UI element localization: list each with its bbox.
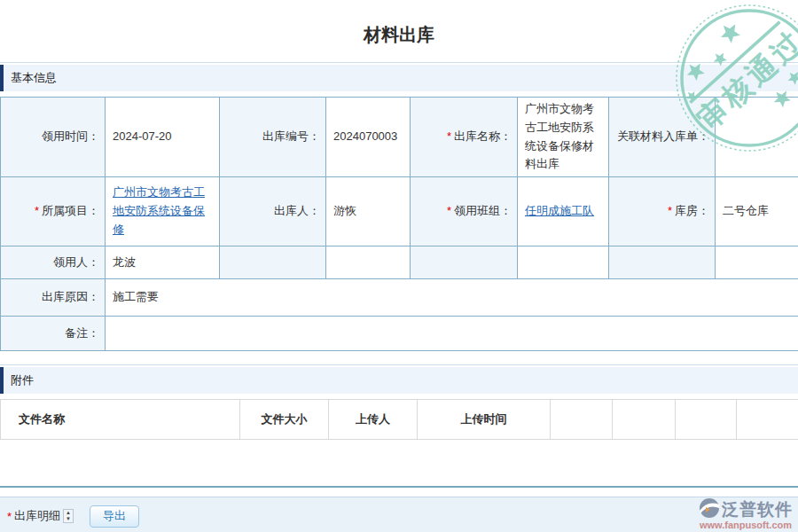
- empty-value-cell: [326, 246, 411, 279]
- required-marker: *: [447, 129, 451, 143]
- required-marker: *: [668, 204, 672, 217]
- attachments-empty-area: [0, 440, 798, 488]
- field-value-remarks: [106, 317, 798, 351]
- vendor-url[interactable]: www.fanpusoft.com: [699, 520, 793, 530]
- field-label-warehouse: *库房：: [609, 177, 716, 246]
- empty-label-cell: [411, 246, 518, 279]
- attach-col-file-size: 文件大小: [240, 400, 329, 440]
- empty-value-cell: [518, 246, 609, 279]
- attachments-table: 文件名称 文件大小 上传人 上传时间: [0, 399, 798, 440]
- attach-col-empty: [551, 400, 613, 440]
- field-label-requisition-time: 领用时间：: [1, 98, 106, 177]
- export-button[interactable]: 导出: [90, 505, 139, 528]
- spinner-down-icon[interactable]: ▼: [64, 516, 73, 522]
- basic-info-table: 领用时间： 2024-07-20 出库编号： 2024070003 *出库名称：…: [0, 97, 798, 351]
- attach-col-file-name: 文件名称: [1, 400, 240, 440]
- field-label-related-inbound-order: 关联材料入库单：: [609, 98, 716, 177]
- field-value-outbound-reason: 施工需要: [106, 279, 798, 317]
- page-title: 材料出库: [0, 21, 798, 48]
- outbound-detail-label: 出库明细: [14, 508, 60, 524]
- attach-col-empty: [737, 400, 798, 440]
- section-attachments-heading: 附件: [11, 372, 34, 388]
- field-label-outbound-number: 出库编号：: [220, 98, 326, 177]
- spinner-up-icon[interactable]: ▲: [64, 510, 73, 516]
- required-marker: *: [447, 204, 451, 217]
- empty-value-cell: [716, 246, 798, 279]
- attach-col-empty: [676, 400, 737, 440]
- material-outbound-page: 材料出库 基本信息 领用时间： 2024-07-20 出库编号： 2024070…: [0, 0, 798, 532]
- empty-label-cell: [220, 246, 326, 279]
- field-value-related-inbound-order: [716, 98, 798, 177]
- team-link[interactable]: 任明成施工队: [525, 204, 594, 217]
- field-label-outbound-reason: 出库原因：: [1, 279, 106, 317]
- detail-spinner[interactable]: ▲ ▼: [63, 509, 74, 523]
- field-label-requisition-team: *领用班组：: [411, 177, 518, 246]
- attach-col-upload-time: 上传时间: [418, 400, 551, 440]
- attach-col-uploader: 上传人: [329, 400, 418, 440]
- empty-label-cell: [609, 246, 716, 279]
- field-value-outbound-name: 广州市文物考古工地安防系统设备保修材料出库: [518, 98, 609, 177]
- field-value-project: 广州市文物考古工地安防系统设备保修: [106, 177, 220, 246]
- attach-col-empty: [613, 400, 676, 440]
- field-value-recipient: 龙波: [106, 246, 220, 279]
- divider: [0, 364, 798, 365]
- field-value-requisition-time: 2024-07-20: [106, 98, 220, 177]
- field-label-recipient: 领用人：: [1, 246, 106, 279]
- field-label-remarks: 备注：: [1, 317, 106, 351]
- field-value-warehouse: 二号仓库: [716, 177, 798, 246]
- required-marker: *: [7, 510, 12, 523]
- field-value-outbound-number: 2024070003: [326, 98, 411, 177]
- field-value-issuer: 游恢: [326, 177, 411, 246]
- field-label-outbound-name: *出库名称：: [411, 98, 518, 177]
- field-value-requisition-team: 任明成施工队: [518, 177, 609, 246]
- vendor-logo-icon: [699, 497, 720, 521]
- section-attachments: 附件: [0, 367, 798, 394]
- section-basic-info-heading: 基本信息: [11, 70, 57, 86]
- vendor-logo: 泛普软件 www.fanpusoft.com: [699, 497, 793, 530]
- field-label-issuer: 出库人：: [220, 177, 326, 246]
- required-marker: *: [35, 204, 39, 217]
- project-link[interactable]: 广州市文物考古工地安防系统设备保修: [113, 185, 205, 236]
- divider: [0, 62, 798, 63]
- section-basic-info: 基本信息: [0, 65, 798, 91]
- field-label-project: *所属项目：: [1, 177, 106, 246]
- footer-bar: * 出库明细 ▲ ▼ 导出: [0, 497, 798, 532]
- vendor-name: 泛普软件: [722, 498, 793, 521]
